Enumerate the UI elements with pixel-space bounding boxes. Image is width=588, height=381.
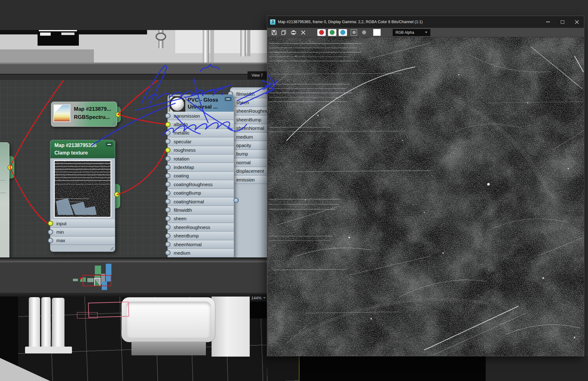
node-rgbspectrum[interactable]: Map #213879... RGBSpectru... — [51, 102, 117, 127]
node-clamp-texture[interactable]: Map #2138795365 Clamp texture — [50, 140, 115, 252]
input-socket[interactable] — [165, 190, 171, 196]
slot-metallic[interactable]: metallic — [168, 129, 234, 137]
viewport-bathtub-base — [131, 342, 206, 355]
slot-sheennormal[interactable]: sheenNormal — [168, 240, 234, 249]
input-socket[interactable] — [165, 156, 171, 161]
collapse-icon[interactable] — [225, 97, 232, 101]
slot-bump[interactable]: bump — [230, 150, 269, 158]
close-button[interactable] — [570, 16, 584, 28]
input-socket[interactable] — [165, 113, 171, 119]
slot-rotation[interactable]: rotation — [168, 155, 234, 163]
resize-grip[interactable] — [111, 120, 115, 125]
slot-max[interactable]: max — [50, 236, 115, 245]
slot-opacity[interactable]: opacity — [230, 141, 269, 150]
slot-input[interactable]: input — [50, 219, 115, 228]
node-header[interactable]: Map #2138795365 Clamp texture — [50, 140, 115, 158]
slot-transmission[interactable]: transmission — [168, 112, 234, 120]
slot-sheen[interactable]: sheen — [168, 215, 234, 223]
slot-indexmap[interactable]: indexMap — [168, 163, 234, 171]
print-icon[interactable] — [291, 30, 296, 35]
title-bar[interactable]: 3 Map #2138795365, frame 0, Display Gamm… — [267, 16, 584, 28]
output-socket[interactable] — [233, 198, 239, 203]
input-socket[interactable] — [165, 182, 171, 187]
save-icon[interactable] — [271, 30, 277, 35]
slot-coating[interactable]: coating — [168, 172, 234, 180]
input-socket[interactable] — [165, 216, 171, 221]
input-socket[interactable] — [48, 238, 53, 243]
slot-roughness[interactable]: roughness — [168, 146, 234, 155]
delete-icon[interactable] — [300, 30, 306, 35]
input-socket[interactable] — [165, 242, 171, 247]
slot-min[interactable]: min — [50, 228, 115, 236]
resize-grip[interactable] — [109, 246, 114, 250]
slot-coatingroughness[interactable]: coatingRoughness — [168, 180, 234, 189]
viewport-shape — [0, 49, 94, 64]
slot-medium[interactable]: medium — [230, 133, 269, 141]
background-swatch[interactable] — [373, 29, 381, 36]
output-socket[interactable] — [114, 192, 120, 197]
image-canvas[interactable] — [268, 37, 584, 356]
bitmap-viewer-window: 3 Map #2138795365, frame 0, Display Gamm… — [267, 16, 584, 356]
input-socket[interactable] — [165, 130, 171, 135]
slot-albedo[interactable]: albedo — [168, 120, 234, 129]
input-socket[interactable] — [48, 221, 53, 226]
mono-channel-button[interactable] — [351, 29, 357, 36]
slot-list: transmission albedo metallic specular ro… — [168, 112, 234, 257]
maximize-button[interactable] — [555, 16, 570, 28]
minimize-icon — [546, 22, 550, 22]
green-channel-button[interactable] — [328, 29, 336, 36]
node-title: PVC - Gloss Universal ... — [188, 97, 218, 110]
tab-view7[interactable]: View 7 — [248, 71, 267, 79]
viewport-pipe — [240, 30, 246, 56]
input-socket[interactable] — [165, 147, 171, 153]
slot-coatingnormal[interactable]: coatingNormal — [168, 197, 234, 206]
node-pvc-gloss[interactable]: PVC - Gloss Universal ... transmission a… — [167, 94, 234, 257]
input-socket[interactable] — [48, 229, 53, 235]
input-socket[interactable] — [165, 122, 171, 127]
map-thumbnail — [54, 104, 70, 122]
node-editor-canvas[interactable]: Map #213879... RGBSpectru... Map #213879… — [0, 80, 269, 257]
input-socket[interactable] — [165, 250, 171, 256]
output-socket[interactable] — [115, 112, 121, 117]
slot-sheennormal[interactable]: sheenNormal — [230, 124, 269, 133]
slot-filmwidth[interactable]: filmwidth — [168, 206, 234, 214]
node-material-2[interactable]: filmwidth sheen sheenRoughness sheenBump… — [230, 87, 269, 257]
blue-channel-button[interactable] — [339, 29, 347, 36]
navigator-view-rect[interactable] — [83, 275, 111, 286]
slot-coatingbump[interactable]: coatingBump — [168, 189, 234, 197]
channel-display-dropdown[interactable]: RGB Alpha — [393, 29, 430, 36]
slot-sheenbump[interactable]: sheenBump — [168, 231, 234, 240]
slot-specular[interactable]: specular — [168, 137, 234, 146]
slot-normal[interactable]: normal — [230, 158, 269, 167]
alpha-channel-button[interactable] — [362, 30, 366, 34]
viewport-panel — [52, 298, 64, 353]
input-socket[interactable] — [165, 233, 171, 238]
input-socket[interactable] — [165, 199, 171, 204]
navigator-panel[interactable] — [0, 262, 267, 293]
slot-sheenroughness[interactable]: sheenRoughness — [168, 223, 234, 231]
zoom-level-dropdown[interactable]: 144% — [250, 294, 267, 302]
input-socket[interactable] — [165, 139, 171, 144]
input-socket[interactable] — [165, 165, 171, 170]
3dsmax-icon: 3 — [270, 19, 275, 25]
node-header[interactable]: PVC - Gloss Universal ... — [168, 95, 234, 112]
slot-sheenbump[interactable]: sheenBump — [230, 115, 269, 124]
slot-sheen[interactable]: sheen — [230, 98, 269, 107]
mini-node — [95, 266, 101, 274]
slot-filmwidth[interactable]: filmwidth — [230, 90, 269, 98]
input-socket[interactable] — [165, 173, 171, 178]
input-socket[interactable] — [165, 225, 171, 230]
collapse-icon[interactable] — [106, 142, 113, 146]
red-channel-button[interactable] — [317, 29, 326, 36]
minimize-button[interactable] — [541, 16, 555, 28]
clone-icon[interactable] — [281, 30, 287, 35]
node-partial-left[interactable] — [0, 142, 9, 257]
viewport-shape — [175, 30, 267, 53]
slot-medium[interactable]: medium — [168, 249, 234, 257]
slot-list: input min max — [50, 219, 115, 245]
slot-emission[interactable]: emission — [230, 175, 269, 184]
input-socket[interactable] — [165, 207, 171, 213]
slot-displacement[interactable]: displacement — [230, 167, 269, 175]
slot-sheenroughness[interactable]: sheenRoughness — [230, 107, 269, 115]
output-socket[interactable] — [8, 165, 13, 170]
